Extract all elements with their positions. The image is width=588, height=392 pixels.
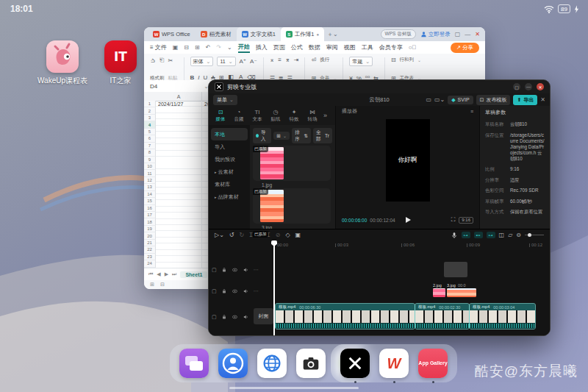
more-commands-chevron-icon[interactable]: ⌄ bbox=[227, 44, 232, 51]
preview-icon[interactable]: ⊞ bbox=[195, 44, 200, 51]
sidebar-import[interactable]: 导入 bbox=[209, 140, 250, 153]
keyframe-icon[interactable]: ▱ bbox=[508, 232, 512, 238]
wps-tab-docer[interactable]: D 稻壳素材 bbox=[196, 27, 237, 41]
tab-media[interactable]: ⊡媒体 bbox=[212, 109, 229, 123]
wps-tab-document[interactable]: W 文字文稿1 bbox=[237, 27, 281, 41]
wakeup-app-icon[interactable] bbox=[46, 40, 79, 73]
more-tabs-icon[interactable]: » bbox=[323, 112, 327, 119]
increase-font-icon[interactable]: A⁺ bbox=[240, 58, 247, 65]
video-clip-2[interactable]: 模板.mp400:00:02:30 bbox=[415, 304, 469, 329]
overlay-clip-3jpg[interactable]: 3.jpg00:0 bbox=[447, 282, 476, 297]
dock-icon-camera[interactable] bbox=[296, 349, 326, 378]
track-more-icon[interactable]: ⋯ bbox=[254, 288, 259, 294]
publish-template-button[interactable]: ⊡发布模板 bbox=[476, 95, 511, 105]
file-menu[interactable]: ≡文件 bbox=[150, 43, 167, 51]
player-menu-icon[interactable]: ≡ bbox=[470, 109, 473, 114]
link-preview-toggle[interactable]: ⊶ bbox=[462, 232, 470, 238]
undo-icon[interactable]: ↺ bbox=[229, 232, 234, 238]
print-icon[interactable]: ⊟ bbox=[184, 44, 189, 51]
collapse-track-icon[interactable]: ▢ bbox=[212, 267, 217, 273]
search-icon[interactable]: ○⃘ bbox=[409, 44, 417, 51]
dock-icon-browser[interactable] bbox=[257, 349, 287, 378]
ribbon-tab-view[interactable]: 视图 bbox=[344, 43, 356, 51]
filter-button[interactable]: 全部Tr bbox=[313, 128, 332, 143]
split-view-icon[interactable]: ◫ bbox=[499, 232, 505, 238]
zoom-out-icon[interactable]: ⊖ bbox=[516, 232, 521, 238]
text-clip[interactable] bbox=[444, 262, 467, 277]
sidebar-presets[interactable]: 我的预设 bbox=[209, 153, 250, 165]
tab-transitions[interactable]: ⋈转场 bbox=[304, 109, 321, 123]
capcut-minimize-button[interactable]: — bbox=[525, 83, 532, 90]
menu-button[interactable]: 菜单⌄ bbox=[213, 95, 237, 105]
media-item-2[interactable]: 已添加 3.jpg bbox=[253, 188, 331, 224]
media-item-1[interactable]: 已添加 1.jpg bbox=[253, 146, 331, 181]
ribbon-tab-review[interactable]: 审阅 bbox=[326, 43, 338, 51]
toolbar-close-icon[interactable]: ✕ bbox=[540, 96, 545, 103]
rows-cols-icon[interactable]: ⊟ bbox=[391, 57, 396, 63]
dock-icon-capcut[interactable] bbox=[340, 349, 370, 378]
rows-cols-label[interactable]: 行和列 bbox=[400, 57, 415, 63]
timeline-zoom-slider[interactable] bbox=[525, 235, 544, 235]
ribbon-tab-member[interactable]: 会员专享 bbox=[379, 43, 403, 51]
dock-icon-multitask[interactable] bbox=[179, 349, 209, 378]
sheet-tab-sheet1[interactable]: Sheet1 bbox=[180, 271, 207, 278]
ribbon-tab-insert[interactable]: 插入 bbox=[256, 43, 268, 51]
align-bottom-icon[interactable]: ⌆ bbox=[285, 57, 290, 63]
linkage-toggle[interactable]: ⊶ bbox=[487, 232, 495, 238]
timeline-ruler[interactable]: 00:00 00:03 00:06 00:09 00:12 bbox=[209, 240, 550, 250]
cell-name-box[interactable]: D4⌄ bbox=[144, 80, 215, 92]
wrap-text-icon[interactable]: ⏎ bbox=[311, 57, 316, 63]
row-numbers[interactable]: 1234567891011121314151617181920212223242… bbox=[144, 101, 156, 268]
play-button[interactable] bbox=[406, 217, 411, 223]
playhead[interactable] bbox=[273, 240, 275, 335]
collapse-track-icon[interactable]: ▢ bbox=[212, 288, 217, 294]
sidebar-cloud[interactable]: ▸云素材 bbox=[209, 165, 250, 178]
collapse-track-icon[interactable]: ▢ bbox=[212, 314, 217, 320]
ribbon-tab-page[interactable]: 页面 bbox=[273, 43, 285, 51]
magnet-toggle[interactable]: ⊷ bbox=[474, 232, 483, 238]
export-button[interactable]: ⬆导出 bbox=[513, 95, 537, 105]
grid-view-icon[interactable]: ⊟ bbox=[160, 282, 165, 288]
sidebar-library[interactable]: 素材库 bbox=[209, 178, 250, 190]
cover-button[interactable]: 封面 bbox=[254, 308, 273, 324]
number-format-select[interactable]: 常规⌄ bbox=[349, 57, 373, 66]
delete-icon[interactable]: ⊘ bbox=[276, 232, 281, 238]
first-sheet-icon[interactable]: ⏮ bbox=[148, 271, 153, 277]
cut-icon[interactable]: ✂ bbox=[168, 57, 173, 64]
sidebar-local[interactable]: 本地 bbox=[211, 128, 248, 140]
login-button[interactable]: 立即登录 bbox=[420, 31, 451, 38]
display-mode-icon[interactable]: ▭ bbox=[426, 96, 431, 103]
wps-close-button[interactable]: ✕ bbox=[475, 31, 480, 38]
redo-icon[interactable]: ↻ bbox=[240, 232, 245, 238]
chroma-key-icon[interactable]: ▣ bbox=[295, 232, 301, 238]
track-more-icon[interactable]: ⋯ bbox=[254, 267, 259, 273]
ribbon-tab-tools[interactable]: 工具 bbox=[362, 43, 373, 51]
paste-icon[interactable]: ⎗ bbox=[159, 57, 164, 64]
share-button[interactable]: ↗分享 bbox=[451, 43, 479, 53]
overlay-clip-2jpg[interactable]: 2.jpg bbox=[433, 282, 445, 297]
capcut-fit-window-button[interactable]: ▢ bbox=[513, 83, 520, 90]
view-mode-select[interactable]: ⊞⌄ bbox=[273, 132, 290, 140]
svip-button[interactable]: ◆SVIP bbox=[448, 96, 473, 104]
font-name-select[interactable]: 宋体⌄ bbox=[190, 57, 214, 66]
prev-sheet-icon[interactable]: ◀ bbox=[157, 271, 160, 277]
undo-icon[interactable]: ↶ bbox=[206, 44, 211, 51]
wps-restore-button[interactable]: ▢ bbox=[455, 31, 461, 38]
last-sheet-icon[interactable]: ⏭ bbox=[172, 271, 176, 277]
record-voiceover-icon[interactable] bbox=[451, 232, 458, 239]
ribbon-tab-start[interactable]: 开始 bbox=[238, 43, 250, 53]
wrap-text-label[interactable]: 换行 bbox=[320, 57, 329, 63]
indent-icon[interactable]: ⇥ bbox=[294, 57, 299, 63]
cell-a1[interactable]: 2024/11/27 bbox=[158, 101, 184, 107]
video-preview[interactable]: 你好啊 bbox=[386, 119, 430, 202]
home-indicator[interactable] bbox=[229, 387, 359, 389]
tab-list-chevron-icon[interactable]: ⌄ bbox=[333, 31, 338, 38]
format-painter-icon[interactable]: 🖒 bbox=[150, 57, 156, 64]
aspect-ratio-button[interactable]: 9:16 bbox=[459, 217, 473, 224]
import-button[interactable]: 导入 bbox=[253, 128, 271, 143]
tab-effects[interactable]: ✦特效 bbox=[285, 109, 303, 123]
decrease-font-icon[interactable]: A⁻ bbox=[250, 58, 257, 65]
dock-icon-contacts[interactable] bbox=[218, 349, 248, 378]
align-middle-icon[interactable]: ≡ bbox=[278, 57, 282, 63]
next-sheet-icon[interactable]: ▶ bbox=[165, 271, 168, 277]
